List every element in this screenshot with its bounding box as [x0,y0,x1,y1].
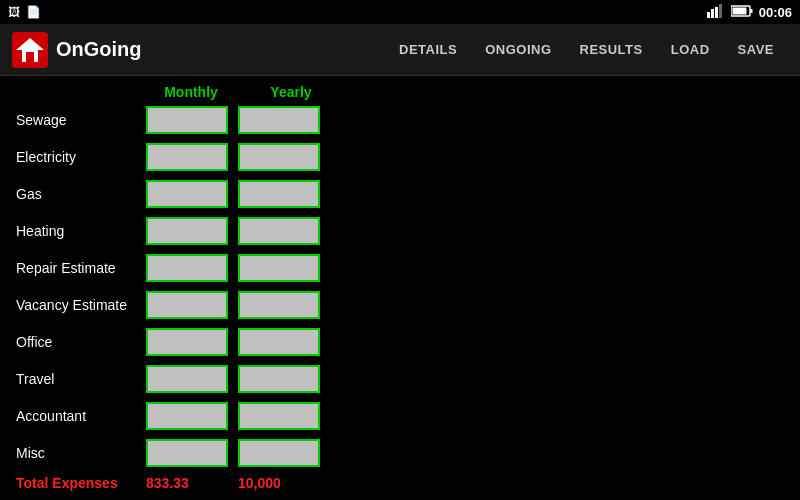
app-logo [12,32,48,68]
expense-row-travel: Travel [16,363,784,395]
total-yearly: 10,000 [238,475,320,491]
yearly-input-repair-estimate[interactable] [238,254,320,282]
main-content: Monthly Yearly SewageElectricityGasHeati… [0,76,800,500]
load-button[interactable]: LOAD [657,36,724,63]
yearly-input-accountant[interactable] [238,402,320,430]
svg-rect-6 [732,7,746,14]
monthly-input-repair-estimate[interactable] [146,254,228,282]
monthly-input-vacancy-estimate[interactable] [146,291,228,319]
svg-rect-5 [750,9,752,13]
results-button[interactable]: RESULTS [566,36,657,63]
total-monthly: 833.33 [146,475,228,491]
monthly-header: Monthly [146,84,236,100]
yearly-input-vacancy-estimate[interactable] [238,291,320,319]
monthly-input-gas[interactable] [146,180,228,208]
monthly-input-misc[interactable] [146,439,228,467]
svg-rect-2 [715,7,718,18]
yearly-input-gas[interactable] [238,180,320,208]
expense-row-vacancy-estimate: Vacancy Estimate [16,289,784,321]
label-vacancy-estimate: Vacancy Estimate [16,297,146,313]
expense-row-repair-estimate: Repair Estimate [16,252,784,284]
expense-row-sewage: Sewage [16,104,784,136]
expense-rows: SewageElectricityGasHeatingRepair Estima… [16,104,784,469]
expense-row-heating: Heating [16,215,784,247]
yearly-input-misc[interactable] [238,439,320,467]
save-button[interactable]: SAVE [724,36,788,63]
label-gas: Gas [16,186,146,202]
details-button[interactable]: DETAILS [385,36,471,63]
expense-row-gas: Gas [16,178,784,210]
monthly-input-travel[interactable] [146,365,228,393]
svg-rect-3 [719,4,722,18]
signal-icon [707,4,725,21]
label-misc: Misc [16,445,146,461]
expense-row-accountant: Accountant [16,400,784,432]
battery-icon [731,4,753,21]
svg-rect-1 [711,9,714,18]
label-sewage: Sewage [16,112,146,128]
yearly-input-sewage[interactable] [238,106,320,134]
monthly-input-sewage[interactable] [146,106,228,134]
ongoing-button[interactable]: ONGOING [471,36,565,63]
total-label: Total Expenses [16,475,146,491]
image-icon: 🖼 [8,5,20,19]
yearly-input-heating[interactable] [238,217,320,245]
svg-rect-9 [26,52,34,62]
label-accountant: Accountant [16,408,146,424]
label-repair-estimate: Repair Estimate [16,260,146,276]
monthly-input-office[interactable] [146,328,228,356]
label-electricity: Electricity [16,149,146,165]
status-time: 00:06 [759,5,792,20]
column-headers: Monthly Yearly [16,84,784,100]
monthly-input-electricity[interactable] [146,143,228,171]
monthly-input-heating[interactable] [146,217,228,245]
label-office: Office [16,334,146,350]
expense-row-misc: Misc [16,437,784,469]
expense-row-electricity: Electricity [16,141,784,173]
nav-bar: OnGoing DETAILS ONGOING RESULTS LOAD SAV… [0,24,800,76]
expense-row-office: Office [16,326,784,358]
app-title: OnGoing [56,38,385,61]
image2-icon: 📄 [26,5,41,19]
monthly-input-accountant[interactable] [146,402,228,430]
yearly-input-travel[interactable] [238,365,320,393]
label-heating: Heating [16,223,146,239]
yearly-input-office[interactable] [238,328,320,356]
total-row: Total Expenses 833.33 10,000 [16,475,784,491]
svg-rect-0 [707,12,710,18]
status-bar: 🖼 📄 00:06 [0,0,800,24]
yearly-input-electricity[interactable] [238,143,320,171]
yearly-header: Yearly [246,84,336,100]
label-travel: Travel [16,371,146,387]
